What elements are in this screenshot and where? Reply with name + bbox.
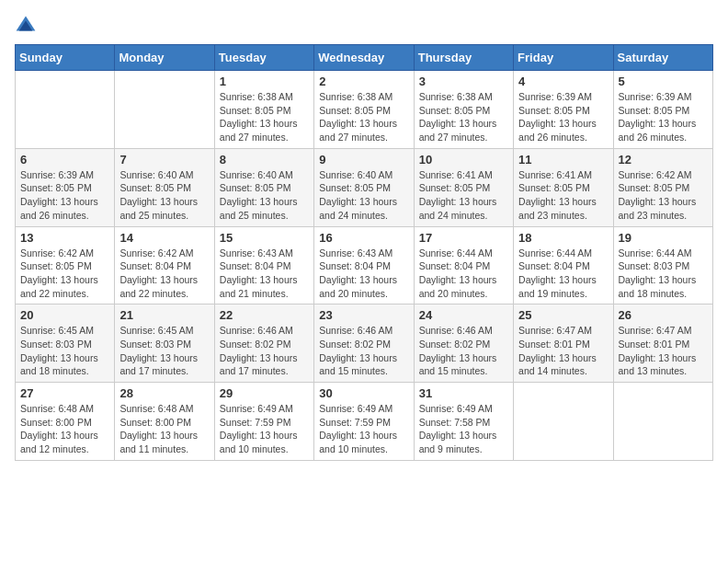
calendar-cell: 4Sunrise: 6:39 AM Sunset: 8:05 PM Daylig… [514,71,613,149]
day-number: 26 [619,308,708,322]
day-number: 13 [20,231,109,245]
day-number: 25 [518,308,608,322]
calendar-cell: 5Sunrise: 6:39 AM Sunset: 8:05 PM Daylig… [613,71,712,149]
day-number: 2 [319,75,408,88]
day-info: Sunrise: 6:44 AM Sunset: 8:04 PM Dayligh… [419,247,508,301]
day-info: Sunrise: 6:41 AM Sunset: 8:05 PM Dayligh… [419,168,508,223]
column-header-tuesday: Tuesday [214,45,313,71]
day-info: Sunrise: 6:49 AM Sunset: 7:58 PM Dayligh… [419,402,508,456]
column-header-wednesday: Wednesday [314,45,414,71]
calendar-cell: 21Sunrise: 6:45 AM Sunset: 8:03 PM Dayli… [115,304,214,383]
calendar-week-row: 1Sunrise: 6:38 AM Sunset: 8:05 PM Daylig… [16,71,713,149]
logo-icon [15,15,37,37]
day-info: Sunrise: 6:42 AM Sunset: 8:05 PM Dayligh… [619,168,708,223]
day-info: Sunrise: 6:39 AM Sunset: 8:05 PM Dayligh… [518,90,608,144]
day-info: Sunrise: 6:39 AM Sunset: 8:05 PM Dayligh… [619,90,708,144]
logo [15,15,40,37]
calendar-cell [613,383,712,461]
day-info: Sunrise: 6:43 AM Sunset: 8:04 PM Dayligh… [220,247,309,301]
day-number: 23 [319,308,408,322]
calendar-week-row: 27Sunrise: 6:48 AM Sunset: 8:00 PM Dayli… [16,383,713,461]
day-number: 30 [319,386,408,400]
day-number: 29 [220,386,309,400]
page-header [15,15,713,37]
day-number: 14 [119,231,209,245]
day-info: Sunrise: 6:38 AM Sunset: 8:05 PM Dayligh… [419,90,508,144]
day-number: 6 [20,153,109,167]
calendar-cell: 6Sunrise: 6:39 AM Sunset: 8:05 PM Daylig… [16,148,115,226]
day-info: Sunrise: 6:40 AM Sunset: 8:05 PM Dayligh… [220,168,309,223]
day-number: 19 [619,231,708,245]
calendar-cell: 30Sunrise: 6:49 AM Sunset: 7:59 PM Dayli… [314,383,414,461]
calendar-cell: 23Sunrise: 6:46 AM Sunset: 8:02 PM Dayli… [314,304,414,383]
day-info: Sunrise: 6:38 AM Sunset: 8:05 PM Dayligh… [319,90,408,144]
calendar-cell: 10Sunrise: 6:41 AM Sunset: 8:05 PM Dayli… [414,148,513,226]
day-number: 17 [419,231,508,245]
calendar-cell: 15Sunrise: 6:43 AM Sunset: 8:04 PM Dayli… [214,226,313,304]
day-number: 12 [619,153,708,167]
day-info: Sunrise: 6:47 AM Sunset: 8:01 PM Dayligh… [619,324,708,378]
day-number: 27 [20,386,109,400]
calendar-table: SundayMondayTuesdayWednesdayThursdayFrid… [15,44,713,461]
day-info: Sunrise: 6:40 AM Sunset: 8:05 PM Dayligh… [119,168,209,223]
day-number: 9 [319,153,408,167]
day-number: 22 [220,308,309,322]
calendar-cell: 20Sunrise: 6:45 AM Sunset: 8:03 PM Dayli… [16,304,115,383]
day-number: 5 [619,75,708,88]
calendar-cell: 18Sunrise: 6:44 AM Sunset: 8:04 PM Dayli… [514,226,613,304]
day-info: Sunrise: 6:39 AM Sunset: 8:05 PM Dayligh… [20,168,109,223]
calendar-cell [16,71,115,149]
calendar-cell: 26Sunrise: 6:47 AM Sunset: 8:01 PM Dayli… [613,304,712,383]
calendar-cell: 1Sunrise: 6:38 AM Sunset: 8:05 PM Daylig… [214,71,313,149]
day-number: 11 [518,153,608,167]
day-info: Sunrise: 6:41 AM Sunset: 8:05 PM Dayligh… [518,168,608,223]
column-header-saturday: Saturday [613,45,712,71]
calendar-cell: 27Sunrise: 6:48 AM Sunset: 8:00 PM Dayli… [16,383,115,461]
calendar-cell: 13Sunrise: 6:42 AM Sunset: 8:05 PM Dayli… [16,226,115,304]
column-header-sunday: Sunday [16,45,115,71]
day-info: Sunrise: 6:44 AM Sunset: 8:03 PM Dayligh… [619,247,708,301]
calendar-cell: 25Sunrise: 6:47 AM Sunset: 8:01 PM Dayli… [514,304,613,383]
calendar-cell: 31Sunrise: 6:49 AM Sunset: 7:58 PM Dayli… [414,383,513,461]
day-info: Sunrise: 6:46 AM Sunset: 8:02 PM Dayligh… [319,324,408,378]
day-number: 31 [419,386,508,400]
calendar-header-row: SundayMondayTuesdayWednesdayThursdayFrid… [16,45,713,71]
calendar-cell: 7Sunrise: 6:40 AM Sunset: 8:05 PM Daylig… [115,148,214,226]
calendar-cell: 12Sunrise: 6:42 AM Sunset: 8:05 PM Dayli… [613,148,712,226]
day-info: Sunrise: 6:43 AM Sunset: 8:04 PM Dayligh… [319,247,408,301]
calendar-week-row: 6Sunrise: 6:39 AM Sunset: 8:05 PM Daylig… [16,148,713,226]
column-header-thursday: Thursday [414,45,513,71]
calendar-cell: 11Sunrise: 6:41 AM Sunset: 8:05 PM Dayli… [514,148,613,226]
day-info: Sunrise: 6:48 AM Sunset: 8:00 PM Dayligh… [119,402,209,456]
day-number: 3 [419,75,508,88]
day-info: Sunrise: 6:42 AM Sunset: 8:04 PM Dayligh… [119,247,209,301]
day-number: 1 [220,75,309,88]
day-info: Sunrise: 6:45 AM Sunset: 8:03 PM Dayligh… [20,324,109,378]
calendar-cell: 8Sunrise: 6:40 AM Sunset: 8:05 PM Daylig… [214,148,313,226]
day-number: 10 [419,153,508,167]
calendar-cell: 28Sunrise: 6:48 AM Sunset: 8:00 PM Dayli… [115,383,214,461]
day-number: 16 [319,231,408,245]
day-number: 20 [20,308,109,322]
calendar-cell: 22Sunrise: 6:46 AM Sunset: 8:02 PM Dayli… [214,304,313,383]
calendar-cell: 2Sunrise: 6:38 AM Sunset: 8:05 PM Daylig… [314,71,414,149]
day-info: Sunrise: 6:40 AM Sunset: 8:05 PM Dayligh… [319,168,408,223]
day-info: Sunrise: 6:42 AM Sunset: 8:05 PM Dayligh… [20,247,109,301]
day-number: 7 [119,153,209,167]
calendar-week-row: 20Sunrise: 6:45 AM Sunset: 8:03 PM Dayli… [16,304,713,383]
day-number: 28 [119,386,209,400]
day-info: Sunrise: 6:49 AM Sunset: 7:59 PM Dayligh… [220,402,309,456]
calendar-week-row: 13Sunrise: 6:42 AM Sunset: 8:05 PM Dayli… [16,226,713,304]
calendar-cell: 14Sunrise: 6:42 AM Sunset: 8:04 PM Dayli… [115,226,214,304]
column-header-monday: Monday [115,45,214,71]
day-info: Sunrise: 6:49 AM Sunset: 7:59 PM Dayligh… [319,402,408,456]
calendar-cell [115,71,214,149]
day-number: 8 [220,153,309,167]
calendar-cell: 29Sunrise: 6:49 AM Sunset: 7:59 PM Dayli… [214,383,313,461]
calendar-cell: 24Sunrise: 6:46 AM Sunset: 8:02 PM Dayli… [414,304,513,383]
day-info: Sunrise: 6:45 AM Sunset: 8:03 PM Dayligh… [119,324,209,378]
calendar-cell: 3Sunrise: 6:38 AM Sunset: 8:05 PM Daylig… [414,71,513,149]
day-info: Sunrise: 6:47 AM Sunset: 8:01 PM Dayligh… [518,324,608,378]
column-header-friday: Friday [514,45,613,71]
calendar-cell [514,383,613,461]
